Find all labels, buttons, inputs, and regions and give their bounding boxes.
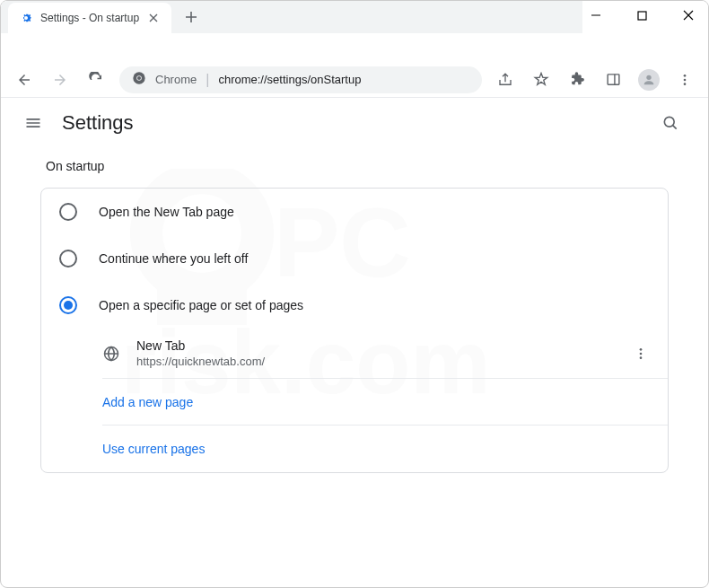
use-current-link[interactable]: Use current pages [102, 442, 205, 456]
use-current-row[interactable]: Use current pages [102, 426, 668, 472]
svg-point-18 [640, 352, 643, 355]
browser-window: Settings - On startup [0, 0, 709, 588]
page-entry-more-button[interactable] [625, 338, 657, 370]
svg-point-12 [684, 78, 687, 81]
kebab-menu-button[interactable] [672, 67, 697, 92]
page-entry-url: https://quicknewtab.com/ [136, 355, 608, 368]
radio-continue[interactable]: Continue where you left off [41, 235, 668, 282]
toolbar: Chrome | chrome://settings/onStartup [1, 62, 708, 98]
startup-page-entry: New Tab https://quicknewtab.com/ [102, 329, 668, 379]
radio-label: Open the New Tab page [99, 205, 234, 219]
bookmark-icon[interactable] [529, 67, 554, 92]
add-page-row[interactable]: Add a new page [102, 379, 668, 426]
new-tab-button[interactable] [179, 4, 204, 30]
sidepanel-icon[interactable] [600, 67, 626, 92]
page-entry-title: New Tab [136, 338, 608, 353]
maximize-button[interactable] [630, 3, 655, 28]
radio-specific-pages[interactable]: Open a specific page or set of pages [41, 282, 668, 329]
startup-pages-list: New Tab https://quicknewtab.com/ Add a n… [41, 329, 668, 472]
svg-rect-8 [608, 75, 619, 84]
profile-button[interactable] [636, 67, 661, 92]
tab-title: Settings - On startup [40, 12, 139, 24]
svg-point-10 [646, 75, 651, 79]
search-button[interactable] [654, 107, 687, 139]
radio-open-newtab[interactable]: Open the New Tab page [41, 189, 668, 235]
close-window-button[interactable] [677, 3, 702, 28]
radio-icon [59, 203, 77, 221]
svg-point-19 [640, 356, 643, 359]
radio-label: Open a specific page or set of pages [99, 298, 303, 312]
url-app-chip: Chrome [155, 73, 197, 86]
svg-point-14 [664, 117, 674, 127]
share-icon[interactable] [493, 67, 518, 92]
page-title: Settings [62, 111, 636, 135]
reload-button[interactable] [83, 67, 109, 92]
section-label: On startup [40, 159, 669, 173]
tab-strip: Settings - On startup [1, 1, 582, 33]
radio-icon [59, 296, 77, 314]
startup-card: Open the New Tab page Continue where you… [40, 188, 669, 473]
svg-point-13 [684, 83, 687, 85]
settings-header: Settings [1, 98, 708, 148]
svg-line-15 [673, 126, 677, 129]
browser-tab[interactable]: Settings - On startup [8, 3, 171, 33]
avatar-icon [638, 69, 660, 91]
svg-point-7 [137, 76, 141, 80]
svg-point-17 [640, 348, 643, 351]
svg-rect-4 [638, 12, 646, 20]
minimize-button[interactable] [584, 3, 609, 28]
back-button[interactable] [12, 67, 37, 92]
chrome-icon [132, 71, 146, 89]
add-page-link[interactable]: Add a new page [102, 395, 193, 409]
svg-point-11 [684, 75, 687, 77]
address-bar[interactable]: Chrome | chrome://settings/onStartup [119, 66, 482, 93]
radio-icon [59, 250, 77, 268]
settings-icon [19, 11, 33, 25]
url-separator: | [206, 72, 209, 88]
globe-icon [102, 345, 120, 363]
forward-button [48, 67, 73, 92]
url-text: chrome://settings/onStartup [218, 73, 361, 86]
extensions-icon[interactable] [565, 67, 590, 92]
radio-label: Continue where you left off [99, 251, 248, 266]
hamburger-menu-button[interactable] [22, 112, 44, 134]
close-icon[interactable] [146, 11, 161, 25]
settings-content: On startup Open the New Tab page Continu… [1, 148, 708, 484]
